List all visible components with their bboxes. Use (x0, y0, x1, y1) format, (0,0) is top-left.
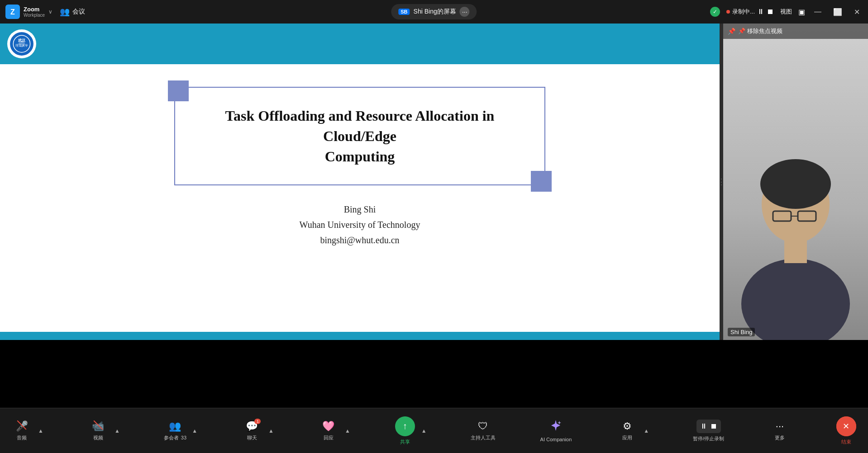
more-label: 更多 (775, 434, 785, 441)
meeting-label: 会议 (72, 8, 85, 16)
more-icon: ··· (776, 420, 784, 432)
apps-icon: ⚙ (623, 420, 632, 432)
pause-stop-icon: ⏸ ⏹ (696, 420, 721, 433)
zoom-logo: Z Zoom Workplace ∨ (5, 5, 52, 19)
toolbar: 🎤 音频 ▲ 📹 视频 ▲ 👥 参会者 3 (0, 408, 868, 453)
logo-sub: Workplace (24, 13, 45, 18)
participants-caret-button[interactable]: ▲ (191, 428, 198, 434)
university-logo-image: 武汉 理工大学 (9, 31, 34, 57)
minimize-button[interactable]: — (811, 7, 824, 17)
svg-point-12 (741, 259, 850, 340)
maximize-button[interactable]: ⬜ (830, 7, 845, 17)
audio-icon: 🎤 (16, 420, 28, 432)
svg-point-8 (760, 159, 831, 209)
chat-badge: 1 (254, 419, 261, 424)
video-caret-button[interactable]: ▲ (114, 428, 121, 434)
share-caret-button[interactable]: ▲ (420, 428, 428, 434)
stop-icon: ⏹ (709, 421, 718, 431)
screen-share-text: Shi Bing的屏幕 (414, 8, 456, 16)
participants-caret-icon: ▲ (192, 428, 197, 434)
share-icon: ↑ (395, 416, 415, 436)
ai-companion-button[interactable]: AI Companion (539, 415, 574, 446)
ai-companion-icon (549, 419, 562, 434)
reactions-group: 🩷 回应 ▲ (316, 417, 351, 445)
title-bar: Z Zoom Workplace ∨ 👥 会议 SB Shi Bing的屏幕 ·… (0, 0, 868, 24)
rec-controls: ⏸ ⏹ (696, 420, 721, 433)
host-tools-button[interactable]: 🛡 主持人工具 (469, 417, 497, 445)
participants-group: 👥 参会者 33 ▲ (162, 417, 198, 445)
security-badge[interactable]: ✓ (710, 7, 720, 17)
logo-text: Zoom (24, 6, 45, 13)
host-tools-label: 主持人工具 (471, 434, 496, 441)
recording-indicator: 录制中... ⏸ ⏹ (726, 8, 774, 16)
participant-name-label: Shi Bing (728, 328, 755, 336)
screen-share-options-button[interactable]: ··· (460, 7, 470, 17)
audio-button[interactable]: 🎤 音频 (9, 417, 34, 445)
slide-author-area: Bing Shi Wuhan University of Technology … (300, 202, 420, 248)
svg-marker-15 (551, 420, 560, 431)
panel-divider[interactable]: ⋮ (720, 24, 723, 340)
slide-main: Task Offloading and Resource Allocation … (0, 64, 720, 332)
reactions-button[interactable]: 🩷 回应 (316, 417, 341, 445)
stop-recording-icon[interactable]: ⏹ (767, 8, 774, 16)
host-tools-icon: 🛡 (478, 420, 488, 432)
apps-caret-icon: ▲ (644, 428, 649, 434)
meeting-area: 👥 会议 (60, 7, 85, 17)
share-button[interactable]: ↑ 共享 (392, 413, 418, 449)
slide-author: Bing Shi Wuhan University of Technology … (300, 202, 420, 248)
pause-stop-button[interactable]: ⏸ ⏹ 暂停/停止录制 (691, 416, 726, 446)
audio-caret-icon: ▲ (38, 428, 43, 434)
audio-caret-button[interactable]: ▲ (37, 428, 44, 434)
chat-label: 聊天 (247, 434, 257, 441)
view-label[interactable]: 视图 (780, 8, 792, 16)
zoom-icon: Z (5, 5, 20, 19)
video-caret-icon: ▲ (114, 428, 120, 434)
apps-group: ⚙ 应用 ▲ (615, 417, 650, 445)
share-group: ↑ 共享 ▲ (392, 413, 428, 449)
more-button[interactable]: ··· 更多 (767, 417, 792, 445)
video-button[interactable]: 📹 视频 (86, 417, 111, 445)
slide-bottom-bar (0, 332, 720, 340)
svg-rect-13 (784, 236, 807, 263)
reactions-caret-button[interactable]: ▲ (344, 428, 351, 434)
video-tile: 📌 📌 移除焦点视频 Shi Bing (723, 24, 868, 340)
reactions-label: 回应 (324, 434, 334, 441)
close-button[interactable]: ✕ (851, 7, 863, 17)
participants-icon: 👥 (169, 420, 181, 432)
ai-stars-icon (549, 419, 562, 432)
more-group: ··· 更多 (767, 417, 792, 445)
screen-share-indicator: SB Shi Bing的屏幕 ··· (391, 4, 477, 19)
end-button[interactable]: ✕ 结束 (834, 413, 859, 449)
chat-group: 💬 1 聊天 ▲ (239, 417, 275, 445)
participants-count: 33 (181, 435, 186, 440)
apps-label: 应用 (622, 434, 632, 441)
ai-companion-group: AI Companion (539, 415, 574, 446)
slide-title: Task Offloading and Resource Allocation … (202, 106, 517, 166)
share-caret-icon: ▲ (421, 428, 427, 434)
chat-caret-button[interactable]: ▲ (267, 428, 275, 434)
reactions-caret-icon: ▲ (345, 428, 350, 434)
audio-label: 音频 (17, 434, 27, 441)
video-group: 📹 视频 ▲ (86, 417, 121, 445)
sb-badge: SB (398, 9, 410, 15)
chat-button[interactable]: 💬 1 聊天 (239, 417, 265, 445)
slide-top-bar: 武汉 理工大学 (0, 24, 720, 64)
share-circle: ↑ (395, 416, 415, 436)
host-tools-group: 🛡 主持人工具 (469, 417, 497, 445)
apps-button[interactable]: ⚙ 应用 (615, 417, 640, 445)
unpin-icon: 📌 (728, 28, 735, 35)
security-icon: ✓ (713, 9, 717, 15)
person-silhouette (723, 150, 868, 340)
unpin-label: 📌 移除焦点视频 (738, 27, 782, 35)
recording-dot (726, 10, 730, 14)
chat-caret-icon: ▲ (268, 428, 274, 434)
titlebar-dropdown[interactable]: ∨ (48, 9, 52, 15)
end-label: 结束 (841, 439, 851, 445)
video-tile-overlay[interactable]: 📌 📌 移除焦点视频 (723, 24, 868, 39)
apps-caret-button[interactable]: ▲ (643, 428, 650, 434)
chat-icon: 💬 1 (246, 420, 258, 432)
participants-button[interactable]: 👥 参会者 33 (162, 417, 188, 445)
pause-recording-icon[interactable]: ⏸ (757, 8, 764, 16)
university-logo: 武汉 理工大学 (7, 29, 36, 58)
audio-group: 🎤 音频 ▲ (9, 417, 44, 445)
